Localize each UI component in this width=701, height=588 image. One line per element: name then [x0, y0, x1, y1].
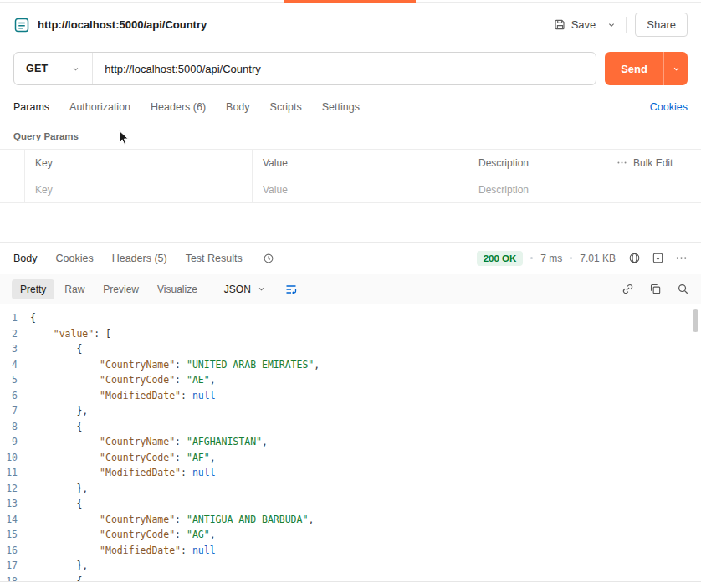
response-size: 7.01 KB — [580, 253, 616, 264]
view-tab-visualize[interactable]: Visualize — [149, 279, 206, 299]
response-tab-body[interactable]: Body — [13, 253, 38, 264]
header-actions: Save Share — [547, 13, 688, 37]
response-tab-test-results[interactable]: Test Results — [186, 253, 243, 264]
view-tab-raw[interactable]: Raw — [56, 279, 93, 299]
send-button-label: Send — [621, 63, 647, 75]
request-title: http://localhost:5000/api/Country — [38, 18, 207, 31]
chevron-down-icon — [71, 64, 80, 74]
link-icon[interactable] — [622, 283, 634, 295]
line-number: 5 — [0, 372, 30, 388]
cookies-link[interactable]: Cookies — [650, 101, 688, 113]
network-globe-icon[interactable] — [628, 252, 641, 264]
response-tab-cookies[interactable]: Cookies — [56, 253, 94, 264]
param-key-input[interactable] — [35, 184, 242, 196]
view-tab-preview[interactable]: Preview — [95, 279, 147, 299]
http-request-icon — [13, 17, 30, 33]
table-row — [0, 176, 701, 203]
response-tab-headers[interactable]: Headers (5) — [112, 253, 167, 264]
code-line: 11 "ModifiedDate": null — [0, 465, 701, 481]
send-options-button[interactable] — [663, 52, 688, 85]
code-line: 17 }, — [0, 558, 701, 574]
active-tab-indicator — [284, 0, 416, 3]
save-button[interactable]: Save — [547, 13, 603, 36]
format-select[interactable]: JSON — [217, 279, 273, 299]
line-number: 13 — [0, 496, 30, 512]
send-button-group: Send — [605, 52, 688, 85]
method-select[interactable]: GET — [14, 53, 92, 84]
code-line: 14 "CountryName": "ANTIGUA AND BARBUDA", — [0, 512, 701, 528]
response-history-button[interactable] — [263, 253, 274, 264]
send-button[interactable]: Send — [605, 52, 663, 85]
code-line: 1{ — [0, 310, 701, 326]
request-tabs: Params Authorization Headers (6) Body Sc… — [0, 94, 701, 120]
history-clock-icon — [263, 253, 274, 264]
line-number: 15 — [0, 527, 30, 543]
toolbar-right-icons — [622, 283, 689, 295]
code-line: 13 { — [0, 496, 701, 512]
tab-headers[interactable]: Headers (6) — [151, 94, 206, 120]
view-tab-pretty[interactable]: Pretty — [12, 279, 54, 299]
format-label: JSON — [224, 284, 251, 295]
code-line: 2 "value": [ — [0, 326, 701, 342]
save-button-label: Save — [571, 18, 596, 31]
tab-body[interactable]: Body — [226, 94, 250, 120]
line-number: 12 — [0, 481, 30, 497]
wrap-lines-button[interactable] — [284, 283, 298, 296]
table-header-row: Key Value Description Bulk Edit — [0, 150, 701, 176]
code-line: 6 "ModifiedDate": null — [0, 388, 701, 404]
param-description-input[interactable] — [478, 184, 691, 196]
line-number: 9 — [0, 434, 30, 450]
save-response-icon[interactable] — [652, 252, 664, 264]
tab-settings[interactable]: Settings — [322, 94, 360, 120]
url-row: GET Send — [0, 52, 701, 85]
wrap-lines-icon — [284, 283, 298, 296]
code-line: 7 }, — [0, 403, 701, 419]
request-title-group: http://localhost:5000/api/Country — [13, 17, 207, 33]
column-header-description: Description — [468, 150, 606, 176]
code-line: 10 "CountryCode": "AF", — [0, 450, 701, 466]
tab-scripts[interactable]: Scripts — [270, 94, 302, 120]
column-header-value: Value — [253, 150, 468, 176]
line-number: 2 — [0, 326, 30, 342]
code-line: 3 { — [0, 341, 701, 357]
tab-authorization[interactable]: Authorization — [69, 94, 130, 120]
row-handle-cell — [0, 150, 25, 176]
tab-params[interactable]: Params — [13, 94, 49, 120]
status-badge[interactable]: 200 OK — [477, 251, 524, 266]
code-line: 12 }, — [0, 481, 701, 497]
response-section: Body Cookies Headers (5) Test Results 20… — [0, 242, 701, 588]
param-description-cell — [468, 176, 701, 202]
more-options-icon[interactable] — [675, 252, 688, 264]
response-meta: 200 OK 7 ms 7.01 KB — [477, 251, 688, 266]
share-button-label: Share — [647, 18, 676, 31]
separator-dot — [530, 257, 533, 259]
save-options-button[interactable] — [602, 15, 621, 35]
chevron-down-icon — [257, 284, 266, 294]
response-meta-icons — [628, 252, 688, 264]
url-input[interactable] — [93, 63, 596, 75]
line-number: 10 — [0, 450, 30, 466]
bulk-edit-button[interactable]: Bulk Edit — [606, 150, 701, 176]
line-number: 3 — [0, 341, 30, 357]
response-tabs-row: Body Cookies Headers (5) Test Results 20… — [0, 243, 701, 274]
chevron-down-icon — [672, 64, 681, 74]
save-icon — [554, 18, 566, 31]
param-value-input[interactable] — [263, 184, 458, 196]
copy-icon[interactable] — [649, 283, 662, 295]
ellipsis-icon — [617, 157, 627, 168]
scrollbar-thumb[interactable] — [693, 309, 698, 332]
header-divider — [626, 17, 627, 33]
line-number: 4 — [0, 357, 30, 373]
response-time: 7 ms — [540, 253, 562, 264]
response-body-editor[interactable]: 1{2 "value": [3 {4 "CountryName": "UNITE… — [0, 304, 701, 588]
url-box: GET — [13, 52, 596, 85]
param-value-cell — [253, 176, 468, 202]
share-button[interactable]: Share — [635, 13, 688, 37]
method-label: GET — [26, 63, 48, 74]
line-number: 17 — [0, 558, 30, 574]
query-params-table: Key Value Description Bulk Edit — [0, 149, 701, 203]
separator-dot — [570, 257, 572, 259]
param-key-cell — [25, 176, 253, 202]
search-icon[interactable] — [677, 283, 689, 295]
response-body-toolbar: Pretty Raw Preview Visualize JSON — [0, 274, 701, 304]
